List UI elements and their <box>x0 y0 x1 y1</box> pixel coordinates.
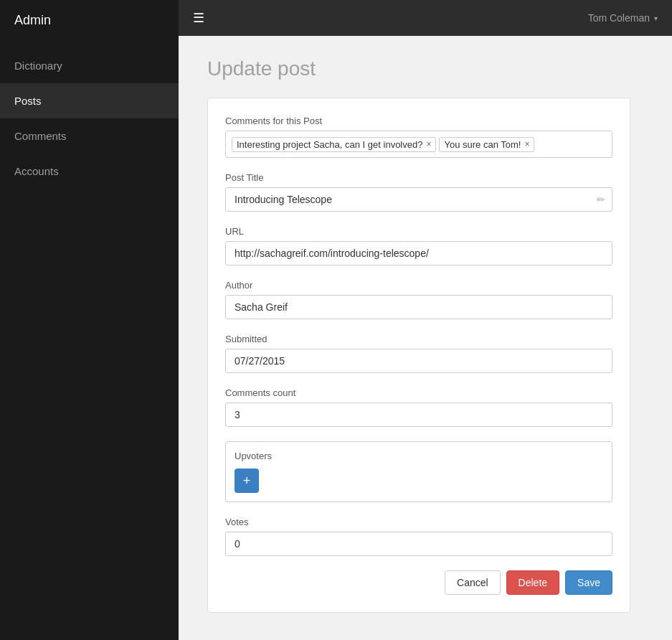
edit-icon: ✏ <box>597 194 605 205</box>
sidebar-item-accounts[interactable]: Accounts <box>0 154 179 189</box>
sidebar-item-comments[interactable]: Comments <box>0 118 179 154</box>
tags-input[interactable]: Interesting project Sacha, can I get inv… <box>225 131 612 158</box>
tag-remove-0[interactable]: × <box>426 140 431 149</box>
form-card: Comments for this Post Interesting proje… <box>207 98 630 613</box>
submitted-group: Submitted <box>225 334 612 373</box>
cancel-button[interactable]: Cancel <box>445 570 501 595</box>
post-title-input-wrapper: ✏ <box>225 187 612 212</box>
sidebar-item-posts[interactable]: Posts <box>0 83 179 118</box>
comments-count-input[interactable] <box>225 403 612 427</box>
comments-count-group: Comments count <box>225 387 612 427</box>
votes-group: Votes <box>225 517 612 556</box>
author-group: Author <box>225 280 612 319</box>
sidebar-item-dictionary[interactable]: Dictionary <box>0 48 179 83</box>
tag-text-0: Interesting project Sacha, can I get inv… <box>237 139 422 150</box>
user-menu[interactable]: Tom Coleman ▾ <box>588 12 658 24</box>
author-input[interactable] <box>225 295 612 319</box>
main-area: ☰ Tom Coleman ▾ Update post Comments for… <box>179 0 672 640</box>
delete-button[interactable]: Delete <box>506 570 559 595</box>
comments-field-label: Comments for this Post <box>225 116 612 126</box>
votes-label: Votes <box>225 517 612 527</box>
brand-label: Admin <box>0 0 179 41</box>
upvoters-box: Upvoters + <box>225 441 612 502</box>
url-input[interactable] <box>225 241 612 265</box>
tag-1: You sure can Tom! × <box>439 137 534 152</box>
post-title-label: Post Title <box>225 172 612 183</box>
form-actions: Cancel Delete Save <box>225 570 612 595</box>
post-title-group: Post Title ✏ <box>225 172 612 212</box>
url-label: URL <box>225 226 612 237</box>
page-title: Update post <box>207 57 643 80</box>
sidebar-nav: Dictionary Posts Comments Accounts <box>0 48 179 189</box>
submitted-input[interactable] <box>225 349 612 373</box>
add-upvoter-button[interactable]: + <box>235 469 259 493</box>
tag-text-1: You sure can Tom! <box>444 139 521 150</box>
post-title-input[interactable] <box>225 187 612 212</box>
votes-input[interactable] <box>225 532 612 556</box>
user-name: Tom Coleman <box>588 12 650 24</box>
sidebar: Admin Dictionary Posts Comments Accounts <box>0 0 179 640</box>
upvoters-label: Upvoters <box>235 451 603 461</box>
author-label: Author <box>225 280 612 291</box>
tag-0: Interesting project Sacha, can I get inv… <box>232 137 436 152</box>
url-group: URL <box>225 226 612 265</box>
page-content: Update post Comments for this Post Inter… <box>179 36 672 640</box>
comments-count-label: Comments count <box>225 387 612 398</box>
submitted-label: Submitted <box>225 334 612 344</box>
comments-field-group: Comments for this Post Interesting proje… <box>225 116 612 158</box>
tag-remove-1[interactable]: × <box>524 140 529 149</box>
save-button[interactable]: Save <box>565 570 612 595</box>
topbar: ☰ Tom Coleman ▾ <box>179 0 672 36</box>
menu-icon[interactable]: ☰ <box>193 10 204 26</box>
chevron-down-icon: ▾ <box>654 14 658 22</box>
